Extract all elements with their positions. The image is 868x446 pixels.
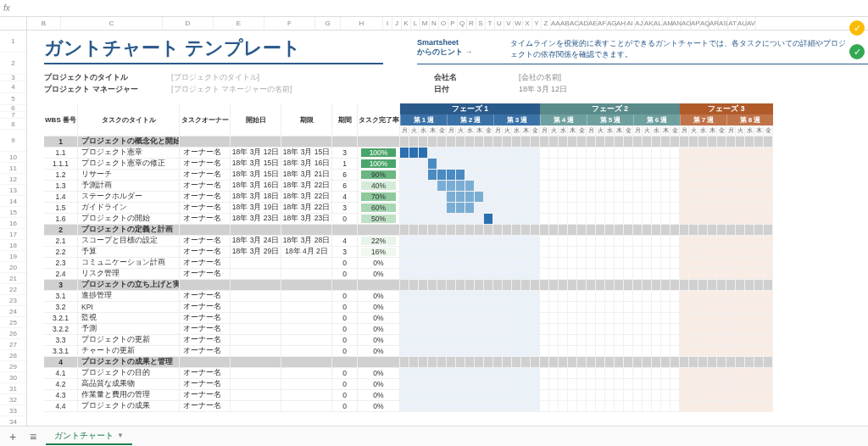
gantt-cell[interactable] — [503, 357, 512, 368]
gantt-cell[interactable] — [428, 203, 437, 214]
gantt-cell[interactable] — [643, 291, 652, 302]
gantt-cell[interactable] — [633, 203, 643, 214]
gantt-cell[interactable] — [437, 181, 447, 192]
gantt-cell[interactable] — [670, 269, 680, 280]
gantt-cell[interactable] — [484, 269, 493, 280]
gantt-cell[interactable] — [409, 236, 419, 247]
gantt-cell[interactable] — [624, 324, 633, 335]
sheet-canvas[interactable]: ガントチャート テンプレート Smartsheet からのヒント タイムラインを… — [27, 31, 868, 426]
gantt-cell[interactable] — [428, 192, 437, 203]
gantt-cell[interactable] — [512, 302, 521, 313]
cell[interactable]: オーナー名 — [180, 214, 231, 225]
gantt-cell[interactable] — [409, 258, 419, 269]
gantt-cell[interactable] — [512, 313, 521, 324]
col-header[interactable]: X — [523, 17, 532, 30]
gantt-cell[interactable] — [754, 401, 764, 412]
gantt-cell[interactable] — [503, 401, 512, 412]
gantt-cell[interactable] — [447, 137, 456, 148]
gantt-cell[interactable] — [643, 324, 652, 335]
gantt-cell[interactable] — [559, 214, 568, 225]
col-header[interactable]: E — [214, 17, 264, 30]
gantt-cell[interactable] — [764, 170, 773, 181]
gantt-cell[interactable] — [559, 280, 568, 291]
gantt-cell[interactable] — [726, 324, 736, 335]
gantt-cell[interactable] — [456, 346, 465, 357]
gantt-cell[interactable] — [745, 335, 754, 346]
cell[interactable]: 18年 3月 15日 — [231, 170, 281, 181]
gantt-cell[interactable] — [559, 390, 568, 401]
gantt-cell[interactable] — [587, 379, 596, 390]
col-header[interactable]: R — [467, 17, 476, 30]
select-all-corner[interactable] — [0, 17, 27, 30]
gantt-cell[interactable] — [568, 357, 577, 368]
gantt-cell[interactable] — [465, 148, 475, 159]
gantt-cell[interactable] — [615, 269, 624, 280]
cell[interactable]: プロジェクトの目的 — [78, 368, 180, 379]
gantt-cell[interactable] — [726, 148, 736, 159]
cell[interactable]: 16% — [358, 247, 400, 258]
gantt-cell[interactable] — [559, 225, 568, 236]
gantt-cell[interactable] — [726, 258, 736, 269]
gantt-cell[interactable] — [633, 401, 643, 412]
row-header[interactable]: 2 — [0, 53, 26, 75]
gantt-cell[interactable] — [419, 368, 428, 379]
gantt-cell[interactable] — [717, 401, 726, 412]
gantt-cell[interactable] — [400, 346, 409, 357]
gantt-cell[interactable] — [531, 313, 540, 324]
gantt-cell[interactable] — [605, 258, 615, 269]
gantt-cell[interactable] — [615, 390, 624, 401]
gantt-cell[interactable] — [605, 192, 615, 203]
gantt-cell[interactable] — [670, 258, 680, 269]
gantt-cell[interactable] — [549, 159, 559, 170]
gantt-cell[interactable] — [689, 302, 698, 313]
cell[interactable] — [180, 137, 231, 148]
gantt-cell[interactable] — [745, 236, 754, 247]
cell[interactable]: 0 — [332, 346, 358, 357]
gantt-cell[interactable] — [568, 159, 577, 170]
cell[interactable] — [231, 291, 281, 302]
gantt-cell[interactable] — [475, 181, 484, 192]
gantt-cell[interactable] — [643, 214, 652, 225]
row-header[interactable]: 4 — [0, 81, 26, 93]
gantt-cell[interactable] — [521, 379, 531, 390]
gantt-cell[interactable] — [689, 335, 698, 346]
gantt-cell[interactable] — [493, 159, 503, 170]
gantt-cell[interactable] — [400, 236, 409, 247]
gantt-cell[interactable] — [661, 280, 670, 291]
gantt-cell[interactable] — [708, 214, 717, 225]
gantt-cell[interactable] — [456, 390, 465, 401]
gantt-cell[interactable] — [549, 302, 559, 313]
cell[interactable]: 6 — [332, 170, 358, 181]
gantt-cell[interactable] — [419, 225, 428, 236]
gantt-cell[interactable] — [540, 324, 549, 335]
gantt-cell[interactable] — [409, 214, 419, 225]
gantt-cell[interactable] — [568, 368, 577, 379]
gantt-cell[interactable] — [577, 148, 587, 159]
gantt-cell[interactable] — [503, 203, 512, 214]
gantt-cell[interactable] — [512, 324, 521, 335]
gantt-cell[interactable] — [764, 291, 773, 302]
gantt-cell[interactable] — [605, 302, 615, 313]
gantt-cell[interactable] — [503, 291, 512, 302]
gantt-cell[interactable] — [437, 236, 447, 247]
gantt-cell[interactable] — [484, 148, 493, 159]
gantt-cell[interactable] — [661, 379, 670, 390]
gantt-cell[interactable] — [605, 390, 615, 401]
gantt-cell[interactable] — [624, 379, 633, 390]
cell[interactable]: 予算 — [78, 247, 180, 258]
gantt-cell[interactable] — [428, 225, 437, 236]
gantt-cell[interactable] — [605, 291, 615, 302]
gantt-cell[interactable] — [652, 401, 661, 412]
gantt-cell[interactable] — [745, 401, 754, 412]
gantt-cell[interactable] — [754, 302, 764, 313]
gantt-cell[interactable] — [736, 379, 745, 390]
cell[interactable] — [281, 291, 332, 302]
cell[interactable]: オーナー名 — [180, 258, 231, 269]
gantt-cell[interactable] — [512, 379, 521, 390]
gantt-cell[interactable] — [503, 302, 512, 313]
gantt-cell[interactable] — [409, 181, 419, 192]
gantt-cell[interactable] — [754, 159, 764, 170]
gantt-cell[interactable] — [689, 203, 698, 214]
gantt-cell[interactable] — [475, 390, 484, 401]
gantt-cell[interactable] — [484, 170, 493, 181]
